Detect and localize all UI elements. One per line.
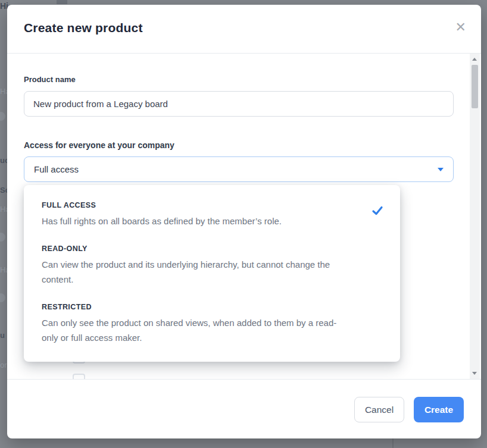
avatar-fragment — [0, 293, 5, 302]
background-text-fragment: or — [0, 361, 7, 369]
option-title: RESTRICTED — [42, 303, 382, 311]
modal-footer: Cancel Create — [7, 379, 481, 438]
chevron-down-icon — [438, 168, 444, 171]
option-description: Can only see the product on shared views… — [42, 315, 348, 345]
scroll-down-arrow-icon[interactable] — [472, 372, 477, 375]
option-description: Has full rights on all boards as defined… — [42, 214, 348, 228]
access-dropdown-menu: FULL ACCESS Has full rights on all board… — [24, 185, 400, 362]
option-title: FULL ACCESS — [42, 201, 382, 209]
access-label: Access for everyone at your company — [24, 140, 174, 150]
create-button[interactable]: Create — [414, 397, 464, 422]
option-title: READ-ONLY — [42, 245, 382, 253]
dropdown-option-read-only[interactable]: READ-ONLY Can view the product and its u… — [42, 245, 382, 287]
modal-title: Create new product — [24, 21, 143, 35]
background-tab-fragment — [57, 0, 67, 4]
close-icon[interactable]: ✕ — [455, 21, 466, 34]
option-description: Can view the product and its underlying … — [42, 257, 348, 287]
checkbox-fragment — [73, 374, 85, 379]
avatar-fragment — [0, 112, 5, 121]
background-text-fragment: u — [0, 331, 5, 340]
scrollbar-thumb[interactable] — [472, 65, 478, 108]
scrollbar[interactable] — [470, 54, 480, 379]
product-name-label: Product name — [24, 75, 76, 84]
modal-body: Product name Access for everyone at your… — [7, 54, 481, 379]
access-select-value: Full access — [34, 164, 79, 174]
avatar-fragment — [0, 233, 5, 242]
dropdown-option-full-access[interactable]: FULL ACCESS Has full rights on all board… — [42, 201, 382, 228]
dropdown-option-restricted[interactable]: RESTRICTED Can only see the product on s… — [42, 303, 382, 345]
scroll-up-arrow-icon[interactable] — [472, 58, 477, 61]
screen: Hi Ha uc Sc Ha Ha u or Create new produc… — [0, 0, 487, 448]
product-name-input[interactable] — [24, 91, 454, 117]
create-product-modal: Create new product ✕ Product name Access… — [7, 5, 481, 438]
cancel-button[interactable]: Cancel — [354, 397, 404, 422]
check-icon — [372, 205, 383, 217]
access-select[interactable]: Full access — [24, 156, 454, 182]
background-divider-fragment — [392, 438, 394, 448]
